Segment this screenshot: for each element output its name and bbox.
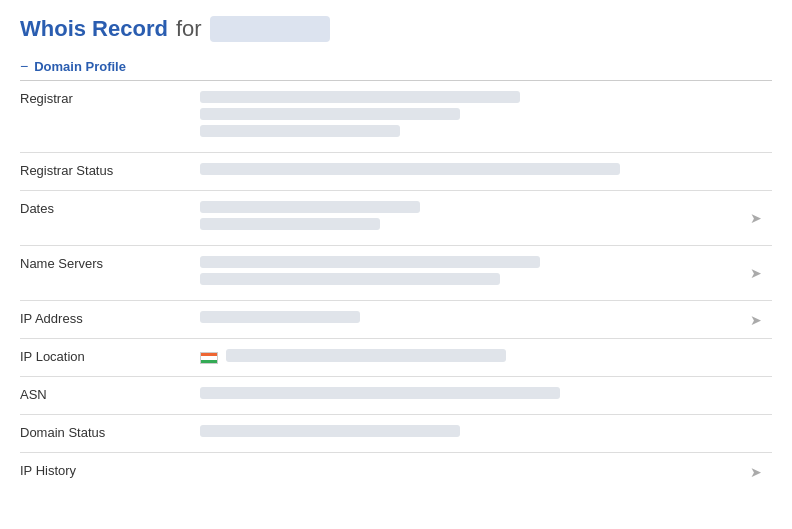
- row-value-asn: [190, 377, 772, 415]
- row-value-dates: ➤: [190, 191, 772, 246]
- collapse-icon[interactable]: −: [20, 58, 28, 74]
- row-label-asn: ASN: [20, 377, 190, 415]
- table-row: Dates ➤: [20, 191, 772, 246]
- table-row: IP Location: [20, 339, 772, 377]
- section-header[interactable]: − Domain Profile: [20, 58, 772, 81]
- arrow-icon: ➤: [750, 265, 762, 281]
- page-title-area: Whois Record for: [20, 16, 772, 42]
- row-value-ip-location: [190, 339, 772, 377]
- whois-table: Registrar Registrar Status Dates: [20, 81, 772, 490]
- table-row: Registrar: [20, 81, 772, 153]
- table-row: IP History ➤: [20, 453, 772, 491]
- arrow-icon: ➤: [750, 464, 762, 480]
- row-label-ip-location: IP Location: [20, 339, 190, 377]
- row-value-name-servers: ➤: [190, 246, 772, 301]
- row-value-registrar-status: [190, 153, 772, 191]
- row-label-ip-address: IP Address: [20, 301, 190, 339]
- table-row: IP Address ➤: [20, 301, 772, 339]
- table-row: Domain Status: [20, 415, 772, 453]
- section-label: Domain Profile: [34, 59, 126, 74]
- arrow-icon: ➤: [750, 312, 762, 328]
- table-row: ASN: [20, 377, 772, 415]
- row-label-dates: Dates: [20, 191, 190, 246]
- page-wrapper: Whois Record for − Domain Profile Regist…: [0, 0, 792, 506]
- row-value-registrar: [190, 81, 772, 153]
- row-value-ip-history: ➤: [190, 453, 772, 491]
- arrow-icon: ➤: [750, 210, 762, 226]
- row-label-ip-history: IP History: [20, 453, 190, 491]
- for-text: for: [176, 16, 202, 42]
- row-label-domain-status: Domain Status: [20, 415, 190, 453]
- row-label-registrar: Registrar: [20, 81, 190, 153]
- row-value-ip-address: ➤: [190, 301, 772, 339]
- flag-icon: [200, 352, 218, 364]
- table-row: Name Servers ➤: [20, 246, 772, 301]
- domain-pill: [210, 16, 330, 42]
- row-label-name-servers: Name Servers: [20, 246, 190, 301]
- page-title: Whois Record: [20, 16, 168, 42]
- row-label-registrar-status: Registrar Status: [20, 153, 190, 191]
- table-row: Registrar Status: [20, 153, 772, 191]
- row-value-domain-status: [190, 415, 772, 453]
